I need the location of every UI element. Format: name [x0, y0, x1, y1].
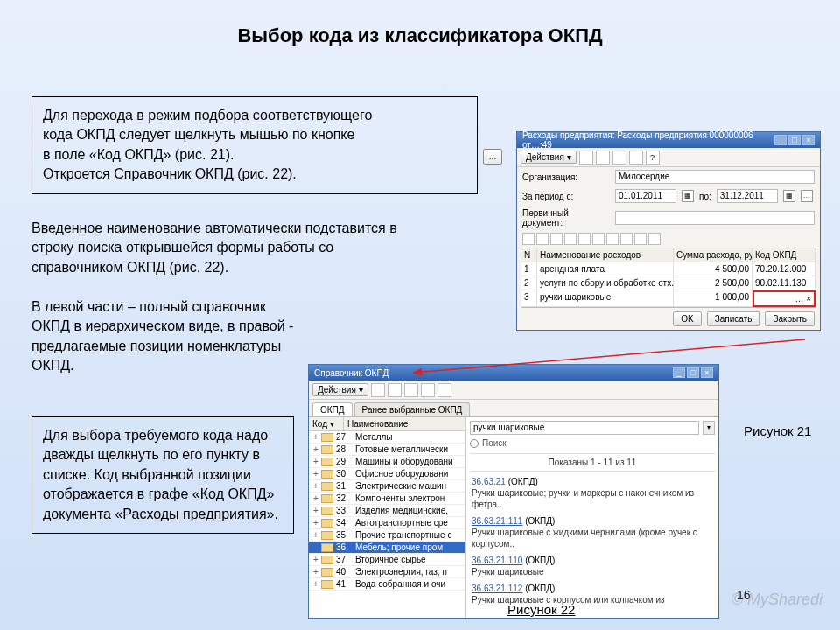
- result-item[interactable]: 36.63.21.110 (ОКПД)Ручки шариковые: [470, 552, 715, 580]
- tab-recent-okpd[interactable]: Ранее выбранные ОКПД: [354, 402, 471, 416]
- toolbar-icon[interactable]: [421, 383, 435, 397]
- table-row[interactable]: 1 арендная плата 4 500,00 70.20.12.000: [522, 262, 816, 276]
- toolbar-icon[interactable]: [438, 383, 452, 397]
- page-number: 16: [737, 588, 751, 602]
- maximize-icon[interactable]: □: [788, 135, 801, 145]
- toolbar-icon[interactable]: [550, 233, 563, 245]
- expand-icon[interactable]: +: [311, 555, 321, 564]
- tree-row[interactable]: +36Мебель; прочие пром: [309, 542, 466, 554]
- ellipsis-button[interactable]: ...: [483, 149, 502, 164]
- minimize-icon[interactable]: _: [774, 135, 787, 145]
- calendar-icon[interactable]: ▦: [682, 190, 694, 202]
- maximize-icon[interactable]: □: [687, 368, 699, 378]
- expand-icon[interactable]: +: [311, 506, 321, 515]
- toolbar-icon[interactable]: [648, 233, 661, 245]
- table-row[interactable]: 3 ручки шариковые 1 000,00 … ×: [522, 290, 816, 307]
- figure-22-label: Рисунок 22: [508, 602, 575, 617]
- search-link[interactable]: Поиск: [470, 438, 715, 448]
- close-button[interactable]: Закрыть: [765, 312, 815, 326]
- folder-icon: [321, 445, 333, 454]
- actions-dropdown[interactable]: Действия ▾: [521, 150, 577, 164]
- toolbar-icon[interactable]: [564, 233, 577, 245]
- close-icon[interactable]: ×: [802, 135, 815, 145]
- primary-doc-label: Первичный документ:: [522, 208, 610, 228]
- save-button[interactable]: Записать: [707, 312, 760, 326]
- primary-doc-field[interactable]: [615, 211, 815, 225]
- toolbar-icon[interactable]: [629, 150, 643, 164]
- search-input[interactable]: ручки шариковые: [470, 421, 699, 435]
- result-code[interactable]: 36.63.21.110: [472, 556, 522, 565]
- toolbar-icon[interactable]: [578, 233, 591, 245]
- code-okpd-cell-highlight[interactable]: … ×: [752, 290, 816, 307]
- tree-code: 33: [336, 506, 355, 515]
- tree-code: 27: [336, 432, 355, 442]
- tree-row[interactable]: +33Изделия медицинские,: [309, 505, 466, 517]
- expand-icon[interactable]: +: [311, 444, 321, 454]
- tree-code: 30: [336, 469, 355, 479]
- tree-row[interactable]: +41Вода собранная и очи: [309, 578, 466, 591]
- tree-name: Автотранспортные сре: [355, 518, 464, 528]
- toolbar-icon[interactable]: [536, 233, 549, 245]
- result-tag: (ОКПД): [525, 556, 555, 565]
- ok-button[interactable]: OK: [673, 312, 701, 326]
- toolbar-icon[interactable]: [522, 233, 535, 245]
- results-pane: ручки шариковые ▾ Поиск Показаны 1 - 11 …: [466, 417, 718, 618]
- tree-row[interactable]: +31Электрические машин: [309, 480, 466, 493]
- col-name: Наименование расходов: [537, 248, 674, 262]
- toolbar-icon[interactable]: [388, 383, 402, 397]
- tree-row[interactable]: +37Вторичное сырье: [309, 554, 466, 566]
- folder-icon: [321, 519, 333, 528]
- toolbar-icon[interactable]: [620, 233, 633, 245]
- toolbar-icon[interactable]: [371, 383, 385, 397]
- expand-icon[interactable]: +: [311, 530, 321, 540]
- tree-row[interactable]: +28Готовые металлически: [309, 444, 466, 456]
- tree-row[interactable]: +30Офисное оборудовани: [309, 468, 466, 480]
- toolbar-icon[interactable]: [579, 150, 593, 164]
- ellipsis-icon[interactable]: …: [801, 190, 813, 202]
- table-row[interactable]: 2 услуги по сбору и обработке отх.. 2 50…: [522, 276, 816, 290]
- tree-row[interactable]: +34Автотранспортные сре: [309, 517, 466, 529]
- result-item[interactable]: 36.63.21.111 (ОКПД)Ручки шариковые с жид…: [470, 513, 715, 552]
- org-field[interactable]: Милосердие: [615, 170, 815, 184]
- result-item[interactable]: 36.63.21.112 (ОКПД)Ручки шариковые с кор…: [470, 580, 715, 608]
- expand-icon[interactable]: +: [311, 432, 321, 442]
- tab-okpd[interactable]: ОКПД: [312, 402, 353, 416]
- result-item[interactable]: 36.63.21 (ОКПД)Ручки шариковые; ручки и …: [470, 473, 715, 513]
- tree-row[interactable]: +27Металлы: [309, 431, 466, 444]
- toolbar-icon[interactable]: [612, 150, 626, 164]
- paragraph-left-right: В левой части – полный справочник ОКПД в…: [32, 298, 303, 376]
- tree-code: 41: [336, 579, 355, 589]
- calendar-icon[interactable]: ▦: [783, 190, 795, 202]
- expand-icon[interactable]: +: [311, 481, 321, 491]
- col-code: Код ▾: [309, 417, 344, 430]
- expand-icon[interactable]: +: [311, 518, 321, 528]
- folder-icon: [321, 556, 333, 564]
- toolbar-icon[interactable]: [634, 233, 647, 245]
- result-desc: Ручки шариковые: [472, 567, 543, 577]
- date-to-field[interactable]: 31.12.2011: [717, 189, 778, 203]
- result-code[interactable]: 36.63.21.112: [472, 584, 522, 593]
- period-to-label: по:: [699, 192, 711, 201]
- toolbar-icon[interactable]: [606, 233, 619, 245]
- date-from-field[interactable]: 01.01.2011: [615, 189, 676, 203]
- help-icon[interactable]: ?: [646, 150, 660, 164]
- tree-row[interactable]: +29Машины и оборудовани: [309, 456, 466, 468]
- expand-icon[interactable]: +: [311, 494, 321, 503]
- expand-icon[interactable]: +: [311, 469, 321, 479]
- toolbar-icon[interactable]: [404, 383, 418, 397]
- tree-row[interactable]: +40Электроэнергия, газ, п: [309, 566, 466, 578]
- close-icon[interactable]: ×: [701, 368, 713, 378]
- minimize-icon[interactable]: _: [673, 368, 685, 378]
- expand-icon[interactable]: +: [311, 567, 321, 577]
- actions-dropdown[interactable]: Действия ▾: [312, 383, 368, 396]
- toolbar-icon[interactable]: [596, 150, 610, 164]
- tree-row[interactable]: +32Компоненты электрон: [309, 493, 466, 505]
- toolbar-icon[interactable]: [592, 233, 605, 245]
- result-code[interactable]: 36.63.21.111: [472, 516, 522, 526]
- expand-icon[interactable]: +: [311, 579, 321, 589]
- tree-row[interactable]: +35Прочие транспортные с: [309, 529, 466, 542]
- result-code[interactable]: 36.63.21: [472, 477, 506, 486]
- expand-icon[interactable]: +: [311, 457, 321, 466]
- expand-icon[interactable]: +: [311, 542, 321, 552]
- dropdown-icon[interactable]: ▾: [703, 421, 715, 435]
